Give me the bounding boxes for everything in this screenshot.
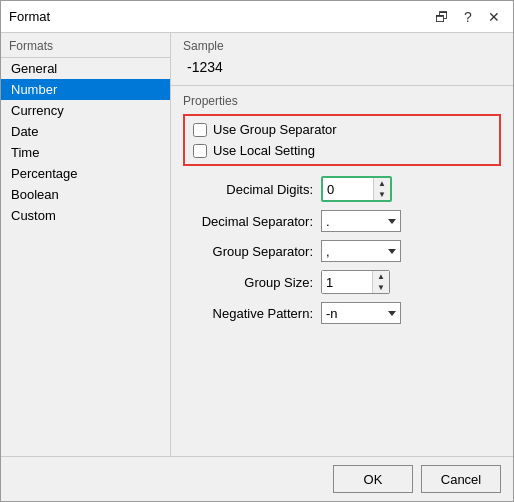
checkbox-group: Use Group Separator Use Local Setting	[183, 114, 501, 166]
use-group-separator-checkbox[interactable]	[193, 123, 207, 137]
help-button[interactable]: ?	[457, 6, 479, 28]
title-bar-controls: 🗗 ? ✕	[431, 6, 505, 28]
negative-pattern-select[interactable]: -n (n)	[321, 302, 401, 324]
group-separator-select[interactable]: , .	[321, 240, 401, 262]
group-size-increment[interactable]: ▲	[373, 271, 389, 282]
properties-section: Properties Use Group Separator Use Local…	[171, 86, 513, 456]
format-item-percentage[interactable]: Percentage	[1, 163, 170, 184]
format-item-general[interactable]: General	[1, 58, 170, 79]
right-panel: Sample -1234 Properties Use Group Separa…	[171, 33, 513, 456]
left-panel: Formats General Number Currency Date Tim…	[1, 33, 171, 456]
use-group-separator-label: Use Group Separator	[213, 122, 337, 137]
decimal-digits-increment[interactable]: ▲	[374, 178, 390, 189]
sample-section: Sample -1234	[171, 33, 513, 86]
decimal-separator-select[interactable]: . ,	[321, 210, 401, 232]
group-separator-control: , .	[321, 240, 401, 262]
sample-value: -1234	[183, 57, 501, 77]
format-item-custom[interactable]: Custom	[1, 205, 170, 226]
negative-pattern-row: Negative Pattern: -n (n)	[183, 302, 501, 324]
formats-header: Formats	[1, 33, 170, 58]
restore-button[interactable]: 🗗	[431, 6, 453, 28]
use-local-setting-row: Use Local Setting	[193, 143, 491, 158]
cancel-button[interactable]: Cancel	[421, 465, 501, 493]
format-dialog: Format 🗗 ? ✕ Formats General Number Curr…	[0, 0, 514, 502]
decimal-separator-row: Decimal Separator: . ,	[183, 210, 501, 232]
decimal-separator-label: Decimal Separator:	[183, 214, 313, 229]
format-item-number[interactable]: Number	[1, 79, 170, 100]
decimal-digits-spinner-buttons: ▲ ▼	[373, 178, 390, 200]
group-size-label: Group Size:	[183, 275, 313, 290]
use-group-separator-row: Use Group Separator	[193, 122, 491, 137]
negative-pattern-label: Negative Pattern:	[183, 306, 313, 321]
dialog-body: Formats General Number Currency Date Tim…	[1, 33, 513, 456]
negative-pattern-control: -n (n)	[321, 302, 401, 324]
sample-header: Sample	[183, 39, 501, 53]
decimal-digits-decrement[interactable]: ▼	[374, 189, 390, 200]
close-button[interactable]: ✕	[483, 6, 505, 28]
group-size-decrement[interactable]: ▼	[373, 282, 389, 293]
format-item-currency[interactable]: Currency	[1, 100, 170, 121]
decimal-separator-control: . ,	[321, 210, 401, 232]
group-size-spinner: ▲ ▼	[321, 270, 390, 294]
group-separator-row: Group Separator: , .	[183, 240, 501, 262]
group-size-input[interactable]	[322, 271, 372, 293]
format-item-date[interactable]: Date	[1, 121, 170, 142]
decimal-digits-label: Decimal Digits:	[183, 182, 313, 197]
use-local-setting-label: Use Local Setting	[213, 143, 315, 158]
dialog-footer: OK Cancel	[1, 456, 513, 501]
group-size-row: Group Size: ▲ ▼	[183, 270, 501, 294]
form-rows: Decimal Digits: ▲ ▼	[183, 176, 501, 324]
ok-button[interactable]: OK	[333, 465, 413, 493]
dialog-title: Format	[9, 9, 50, 24]
format-item-time[interactable]: Time	[1, 142, 170, 163]
properties-header: Properties	[183, 94, 501, 108]
decimal-digits-control: ▲ ▼	[321, 176, 392, 202]
decimal-digits-input[interactable]	[323, 178, 373, 200]
title-bar: Format 🗗 ? ✕	[1, 1, 513, 33]
format-item-boolean[interactable]: Boolean	[1, 184, 170, 205]
group-size-spinner-buttons: ▲ ▼	[372, 271, 389, 293]
decimal-digits-spinner: ▲ ▼	[321, 176, 392, 202]
decimal-digits-row: Decimal Digits: ▲ ▼	[183, 176, 501, 202]
use-local-setting-checkbox[interactable]	[193, 144, 207, 158]
group-separator-label: Group Separator:	[183, 244, 313, 259]
group-size-control: ▲ ▼	[321, 270, 390, 294]
format-list: General Number Currency Date Time Percen…	[1, 58, 170, 226]
